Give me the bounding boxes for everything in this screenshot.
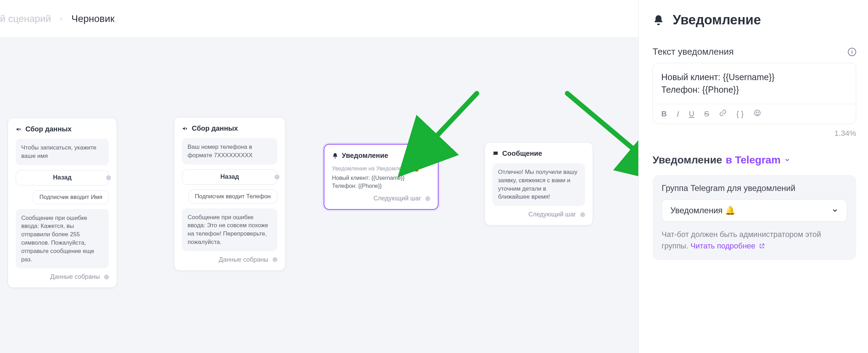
node-footer[interactable]: Данные собраны xyxy=(182,256,277,263)
external-link-icon xyxy=(759,243,765,249)
char-percent: 1.34% xyxy=(653,129,856,138)
node-footer[interactable]: Данные собраны xyxy=(16,273,109,281)
breadcrumb-prev[interactable]: й сценарий xyxy=(0,13,51,24)
svg-point-1 xyxy=(756,112,757,113)
node-body: Отлично! Мы получили вашу заявку, свяжем… xyxy=(492,163,585,206)
link-button[interactable] xyxy=(719,109,727,119)
group-select[interactable]: Уведомления 🔔 xyxy=(662,199,847,222)
chat-icon xyxy=(492,151,499,157)
node-title: Сбор данных xyxy=(25,125,72,133)
editor-content[interactable]: Новый клиент: {{Username}} Телефон: {{Ph… xyxy=(653,63,856,104)
output-port[interactable] xyxy=(273,257,277,262)
node-prompt: Чтобы записаться, укажите ваше имя xyxy=(16,139,109,165)
chevron-right-icon: › xyxy=(60,15,63,23)
notify-line: Телефон: {{Phone}} xyxy=(332,182,430,190)
node-footer[interactable]: Следующий шаг xyxy=(492,211,585,218)
underline-button[interactable]: U xyxy=(689,109,694,118)
group-label: Группа Telegram для уведомлений xyxy=(662,183,847,193)
node-error: Сообщение при ошибке ввода: Кажется, вы … xyxy=(16,209,109,269)
back-button[interactable]: Назад xyxy=(16,170,109,185)
back-button[interactable]: Назад xyxy=(182,169,277,185)
field-label: Текст уведомления xyxy=(653,46,734,57)
node-error: Сообщение при ошибке ввода: Это не совсе… xyxy=(182,208,277,251)
output-port[interactable] xyxy=(106,175,111,180)
input-chip[interactable]: Подписчик вводит Имя xyxy=(33,190,109,204)
bell-icon xyxy=(332,153,338,159)
node-footer[interactable]: Следующий шаг xyxy=(332,195,430,202)
output-port[interactable] xyxy=(425,196,430,201)
output-port[interactable] xyxy=(275,175,279,179)
inspector-panel: Уведомление Текст уведомления i Новый кл… xyxy=(638,0,868,353)
flow-edges xyxy=(0,38,104,90)
read-more-link[interactable]: Читать подробнее xyxy=(691,241,765,250)
notify-line: Новый клиент: {{Username}} xyxy=(332,174,430,182)
panel-title: Уведомление xyxy=(653,13,856,28)
node-title: Сбор данных xyxy=(192,124,238,132)
node-collect-name[interactable]: Сбор данных Чтобы записаться, укажите ва… xyxy=(8,118,117,288)
group-hint: Чат-бот должен быть администратором этой… xyxy=(662,229,847,252)
svg-point-0 xyxy=(754,110,760,116)
node-message[interactable]: Сообщение Отлично! Мы получили вашу заяв… xyxy=(484,142,593,225)
megaphone-icon xyxy=(16,126,22,132)
output-port[interactable] xyxy=(580,212,585,217)
node-title: Сообщение xyxy=(502,149,542,158)
node-title: Уведомление xyxy=(342,152,388,160)
channel-section-header[interactable]: Уведомление в Telegram xyxy=(653,154,856,166)
breadcrumb-current: Черновик xyxy=(71,13,115,24)
bold-button[interactable]: B xyxy=(661,109,667,118)
node-collect-phone[interactable]: Сбор данных Ваш номер телефона в формате… xyxy=(174,117,285,271)
emoji-button[interactable] xyxy=(753,109,761,119)
svg-point-2 xyxy=(758,112,758,113)
megaphone-icon xyxy=(182,125,188,132)
node-subtitle: Уведомление на Уведомления 🔔 xyxy=(332,165,430,172)
editor-toolbar: B I U S { } xyxy=(653,104,856,124)
chevron-down-icon xyxy=(784,157,790,163)
notification-text-editor[interactable]: Новый клиент: {{Username}} Телефон: {{Ph… xyxy=(653,63,856,124)
italic-button[interactable]: I xyxy=(677,109,679,118)
output-port[interactable] xyxy=(104,275,109,279)
node-prompt: Ваш номер телефона в формате 7XXXXXXXXX xyxy=(182,138,277,164)
node-notification[interactable]: Уведомление Уведомление на Уведомления 🔔… xyxy=(324,144,439,210)
info-icon[interactable]: i xyxy=(848,48,856,56)
chevron-down-icon xyxy=(831,207,838,214)
telegram-group-box: Группа Telegram для уведомлений Уведомле… xyxy=(653,175,856,260)
breadcrumb: й сценарий › Черновик xyxy=(0,13,115,24)
bell-icon xyxy=(653,14,664,26)
variable-button[interactable]: { } xyxy=(736,109,744,118)
input-chip[interactable]: Подписчик вводит Телефон xyxy=(188,190,277,204)
strike-button[interactable]: S xyxy=(704,109,709,118)
